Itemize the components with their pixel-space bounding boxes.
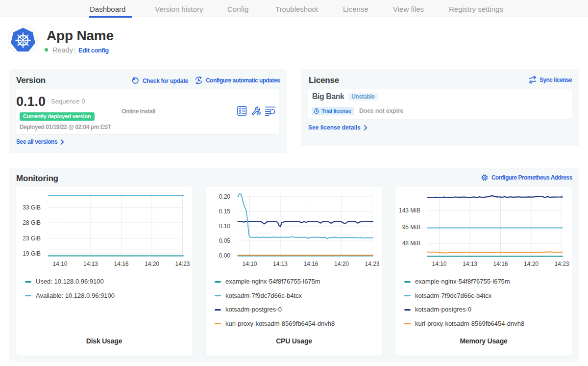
svg-text:143 MiB: 143 MiB <box>399 207 420 214</box>
svg-text:14:13: 14:13 <box>83 261 98 267</box>
svg-text:19 GiB: 19 GiB <box>23 250 41 257</box>
svg-text:14:16: 14:16 <box>114 261 128 267</box>
svg-text:0.15: 0.15 <box>219 208 231 215</box>
svg-text:0.20: 0.20 <box>219 193 231 200</box>
svg-text:14:10: 14:10 <box>432 261 446 267</box>
svg-text:95 MiB: 95 MiB <box>402 224 420 231</box>
svg-text:14:16: 14:16 <box>303 261 318 267</box>
svg-text:0.10: 0.10 <box>219 223 231 230</box>
svg-text:0.05: 0.05 <box>219 237 231 244</box>
svg-text:28 GiB: 28 GiB <box>23 219 41 226</box>
svg-text:14:23: 14:23 <box>365 261 379 267</box>
svg-text:14:13: 14:13 <box>273 261 288 267</box>
svg-text:14:10: 14:10 <box>52 261 67 267</box>
svg-text:14:20: 14:20 <box>524 261 539 267</box>
svg-text:0.00: 0.00 <box>219 252 231 259</box>
svg-text:33 GiB: 33 GiB <box>23 204 41 211</box>
svg-text:14:20: 14:20 <box>334 261 349 267</box>
svg-text:23 GiB: 23 GiB <box>23 235 41 242</box>
svg-text:14:10: 14:10 <box>242 261 257 267</box>
svg-text:48 MiB: 48 MiB <box>402 240 420 247</box>
svg-text:14:20: 14:20 <box>145 261 159 267</box>
svg-text:14:16: 14:16 <box>493 261 508 267</box>
svg-text:14:23: 14:23 <box>175 261 190 267</box>
svg-text:14:23: 14:23 <box>554 261 569 267</box>
svg-text:14:13: 14:13 <box>463 261 477 267</box>
